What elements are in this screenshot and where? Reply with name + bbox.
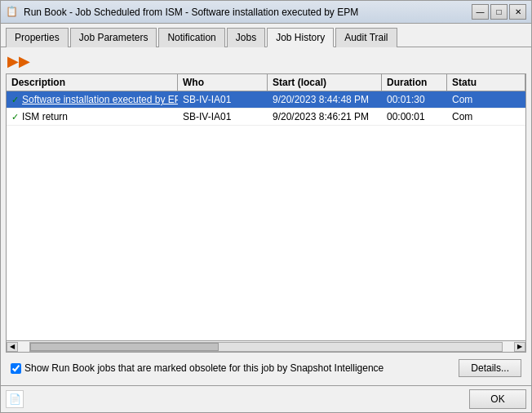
column-header-duration: Duration — [382, 74, 447, 91]
cell-description-1: ✓ Software installation executed by EPM — [7, 91, 178, 108]
job-history-table: Description Who Start (local) Duration S… — [6, 73, 526, 353]
cell-duration-1: 00:01:30 — [382, 91, 447, 108]
checkmark-icon-1: ✓ — [11, 95, 19, 105]
tab-job-parameters[interactable]: Job Parameters — [70, 28, 157, 47]
tab-job-history[interactable]: Job History — [267, 28, 334, 47]
maximize-button[interactable]: □ — [490, 4, 508, 20]
cell-start-1: 9/20/2023 8:44:48 PM — [268, 91, 382, 108]
ok-button[interactable]: OK — [469, 389, 526, 409]
column-header-status: Statu — [447, 74, 525, 91]
window-icon: 📋 — [6, 6, 19, 19]
show-obsolete-checkbox[interactable] — [11, 363, 21, 374]
footer-icon: 📄 — [6, 390, 24, 408]
show-obsolete-label: Show Run Book jobs that are marked obsol… — [24, 362, 383, 374]
table-row[interactable]: ✓ Software installation executed by EPM … — [7, 91, 525, 109]
minimize-button[interactable]: — — [472, 4, 489, 20]
scroll-right-button[interactable]: ▶ — [514, 342, 525, 352]
main-window: 📋 Run Book - Job Scheduled from ISM - So… — [0, 0, 532, 413]
content-area: ▶▶ Description Who Start (local) Duratio… — [1, 47, 531, 385]
close-button[interactable]: ✕ — [509, 4, 526, 20]
column-header-description: Description — [7, 74, 178, 91]
tab-audit-trail[interactable]: Audit Trail — [335, 28, 397, 47]
checkmark-icon-2: ✓ — [11, 112, 19, 122]
run-icon: ▶▶ — [7, 54, 30, 69]
table-header: Description Who Start (local) Duration S… — [7, 74, 525, 91]
cell-start-2: 9/20/2023 8:46:21 PM — [268, 109, 382, 125]
cell-duration-2: 00:00:01 — [382, 109, 447, 125]
title-buttons: — □ ✕ — [472, 4, 526, 20]
cell-description-2: ✓ ISM return — [7, 109, 178, 125]
help-icon: 📄 — [9, 393, 21, 405]
cell-status-1: Com — [447, 91, 525, 108]
toolbar: ▶▶ — [6, 52, 526, 70]
checkbox-row: Show Run Book jobs that are marked obsol… — [11, 362, 454, 374]
cell-who-1: SB-IV-IA01 — [178, 91, 268, 108]
bottom-bar: Show Run Book jobs that are marked obsol… — [6, 356, 526, 380]
column-header-who: Who — [178, 74, 268, 91]
cell-who-2: SB-IV-IA01 — [178, 109, 268, 125]
description-text-2: ISM return — [22, 111, 68, 122]
description-link-1[interactable]: Software installation executed by EPM — [22, 94, 178, 105]
window-title: Run Book - Job Scheduled from ISM - Soft… — [24, 7, 472, 18]
scroll-left-button[interactable]: ◀ — [7, 342, 18, 352]
details-button[interactable]: Details... — [459, 359, 521, 377]
tab-properties[interactable]: Properties — [6, 28, 69, 47]
cell-status-2: Com — [447, 109, 525, 125]
tabs-bar: Properties Job Parameters Notification J… — [1, 24, 531, 47]
tab-notification[interactable]: Notification — [158, 28, 224, 47]
table-row[interactable]: ✓ ISM return SB-IV-IA01 9/20/2023 8:46:2… — [7, 109, 525, 126]
scrollbar-track[interactable] — [29, 342, 503, 352]
column-header-start: Start (local) — [268, 74, 382, 91]
table-body: ✓ Software installation executed by EPM … — [7, 91, 525, 340]
run-button[interactable]: ▶▶ — [6, 52, 32, 70]
horizontal-scrollbar[interactable]: ◀ ▶ — [7, 340, 525, 352]
footer-bar: 📄 OK — [1, 385, 531, 412]
title-bar: 📋 Run Book - Job Scheduled from ISM - So… — [1, 1, 531, 24]
scrollbar-thumb[interactable] — [30, 343, 219, 351]
tab-jobs[interactable]: Jobs — [227, 28, 265, 47]
